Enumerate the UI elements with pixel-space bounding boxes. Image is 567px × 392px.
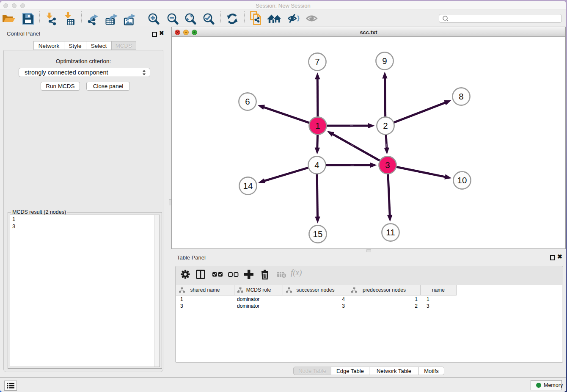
svg-text:10: 10 [457,175,467,185]
svg-text:11: 11 [386,227,395,237]
svg-text:7: 7 [315,57,319,66]
svg-text:8: 8 [459,91,463,101]
svg-text:4: 4 [314,160,319,170]
svg-text:14: 14 [243,181,253,190]
svg-text:6: 6 [245,97,250,106]
svg-text:9: 9 [382,56,387,66]
svg-text:15: 15 [313,229,323,239]
svg-text:1: 1 [315,121,320,130]
svg-text:2: 2 [383,121,388,130]
svg-text:3: 3 [385,160,390,170]
